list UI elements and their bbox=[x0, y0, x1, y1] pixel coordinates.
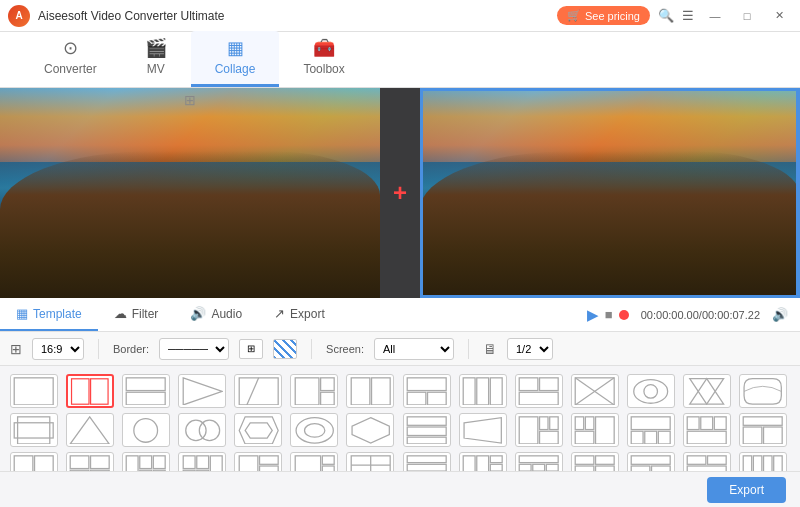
minimize-button[interactable]: — bbox=[702, 6, 728, 26]
svg-rect-81 bbox=[259, 466, 278, 471]
template-cell[interactable] bbox=[403, 413, 451, 447]
template-cell[interactable] bbox=[290, 374, 338, 408]
template-cell[interactable] bbox=[122, 374, 170, 408]
svg-rect-2 bbox=[91, 378, 108, 403]
template-cell[interactable] bbox=[627, 452, 675, 471]
tab-toolbox[interactable]: 🧰 Toolbox bbox=[279, 31, 368, 87]
svg-rect-16 bbox=[463, 377, 475, 404]
ctrl-tab-template[interactable]: ▦ Template bbox=[0, 298, 98, 331]
template-cell[interactable] bbox=[346, 452, 394, 471]
template-cell[interactable] bbox=[290, 413, 338, 447]
template-cell[interactable] bbox=[10, 452, 58, 471]
template-cell[interactable] bbox=[683, 413, 731, 447]
template-cell[interactable] bbox=[234, 413, 282, 447]
template-cell[interactable] bbox=[627, 413, 675, 447]
svg-rect-40 bbox=[407, 416, 446, 424]
template-cell[interactable] bbox=[346, 413, 394, 447]
svg-rect-66 bbox=[91, 455, 110, 468]
ctrl-tab-audio[interactable]: 🔊 Audio bbox=[174, 298, 258, 331]
border-style-select[interactable]: ──────- - - -····· bbox=[159, 338, 229, 360]
template-cell[interactable] bbox=[10, 374, 58, 408]
svg-rect-18 bbox=[490, 377, 502, 404]
template-cell[interactable] bbox=[290, 452, 338, 471]
template-cell[interactable] bbox=[178, 452, 226, 471]
record-indicator bbox=[619, 310, 629, 320]
template-cell[interactable] bbox=[739, 413, 787, 447]
template-cell[interactable] bbox=[403, 452, 451, 471]
template-cell[interactable] bbox=[66, 413, 114, 447]
template-cell[interactable] bbox=[515, 374, 563, 408]
svg-marker-39 bbox=[352, 417, 389, 442]
template-cell[interactable] bbox=[515, 452, 563, 471]
video-divider[interactable]: + bbox=[380, 88, 420, 298]
template-cell[interactable] bbox=[178, 374, 226, 408]
app-title: Aiseesoft Video Converter Ultimate bbox=[38, 9, 557, 23]
logo-letter: A bbox=[15, 10, 22, 21]
template-cell[interactable] bbox=[178, 413, 226, 447]
stop-button[interactable]: ■ bbox=[605, 307, 613, 322]
svg-marker-6 bbox=[239, 377, 278, 404]
svg-rect-73 bbox=[154, 470, 166, 471]
template-cell[interactable] bbox=[66, 452, 114, 471]
svg-rect-110 bbox=[631, 466, 650, 471]
svg-rect-75 bbox=[196, 455, 208, 468]
search-icon[interactable]: 🔍 bbox=[658, 8, 674, 24]
template-cell[interactable] bbox=[627, 374, 675, 408]
template-cell[interactable] bbox=[683, 374, 731, 408]
menu-icon[interactable]: ☰ bbox=[680, 8, 696, 24]
maximize-button[interactable]: □ bbox=[734, 6, 760, 26]
ctrl-tab-filter[interactable]: ☁ Filter bbox=[98, 298, 175, 331]
export-tab-icon: ↗ bbox=[274, 306, 285, 321]
template-cell[interactable] bbox=[234, 374, 282, 408]
app-logo: A bbox=[8, 5, 30, 27]
template-cell[interactable] bbox=[459, 413, 507, 447]
template-cell[interactable] bbox=[234, 452, 282, 471]
svg-rect-59 bbox=[743, 416, 782, 424]
svg-rect-97 bbox=[490, 464, 502, 471]
template-cell[interactable] bbox=[346, 374, 394, 408]
svg-rect-116 bbox=[687, 466, 726, 471]
tab-mv[interactable]: 🎬 MV bbox=[121, 31, 191, 87]
export-button[interactable]: Export bbox=[707, 477, 786, 503]
pricing-button[interactable]: 🛒 See pricing bbox=[557, 6, 650, 25]
svg-rect-17 bbox=[477, 377, 489, 404]
template-cell[interactable] bbox=[571, 374, 619, 408]
svg-rect-3 bbox=[127, 377, 166, 390]
template-cell[interactable] bbox=[10, 413, 58, 447]
close-button[interactable]: ✕ bbox=[766, 6, 792, 26]
template-cell[interactable] bbox=[459, 452, 507, 471]
fraction-select[interactable]: 1/21/32/3 bbox=[507, 338, 553, 360]
pattern-stripe-btn[interactable] bbox=[273, 339, 297, 359]
template-cell[interactable] bbox=[571, 452, 619, 471]
pattern-grid-btn[interactable]: ⊞ bbox=[239, 339, 263, 359]
tab-converter[interactable]: ⊙ Converter bbox=[20, 31, 121, 87]
template-cell[interactable] bbox=[122, 452, 170, 471]
template-cell[interactable] bbox=[66, 374, 114, 408]
svg-point-25 bbox=[634, 379, 668, 403]
play-button[interactable]: ▶ bbox=[587, 306, 599, 324]
ctrl-tab-export-label: Export bbox=[290, 307, 325, 321]
aspect-ratio-select[interactable]: 16:94:31:19:16 bbox=[32, 338, 84, 360]
volume-icon[interactable]: 🔊 bbox=[772, 307, 788, 322]
svg-rect-91 bbox=[407, 455, 446, 462]
title-bar: A Aiseesoft Video Converter Ultimate 🛒 S… bbox=[0, 0, 800, 32]
svg-rect-92 bbox=[407, 464, 446, 471]
svg-rect-84 bbox=[322, 455, 334, 463]
titlebar-icons: 🔍 ☰ — □ ✕ bbox=[658, 6, 792, 26]
screen-select[interactable]: AllHorizontalVertical bbox=[374, 338, 454, 360]
mv-icon: 🎬 bbox=[145, 37, 167, 59]
tab-collage[interactable]: ▦ Collage bbox=[191, 31, 280, 87]
template-cell[interactable] bbox=[739, 374, 787, 408]
svg-rect-21 bbox=[519, 392, 558, 405]
template-cell[interactable] bbox=[739, 452, 787, 471]
template-cell[interactable] bbox=[403, 374, 451, 408]
template-cell[interactable] bbox=[571, 413, 619, 447]
template-cell[interactable] bbox=[515, 413, 563, 447]
separator-1 bbox=[98, 339, 99, 359]
ctrl-tab-export[interactable]: ↗ Export bbox=[258, 298, 341, 331]
template-cell[interactable] bbox=[683, 452, 731, 471]
template-cell[interactable] bbox=[122, 413, 170, 447]
template-cell[interactable] bbox=[459, 374, 507, 408]
collage-icon: ▦ bbox=[227, 37, 244, 59]
svg-rect-10 bbox=[320, 392, 334, 405]
